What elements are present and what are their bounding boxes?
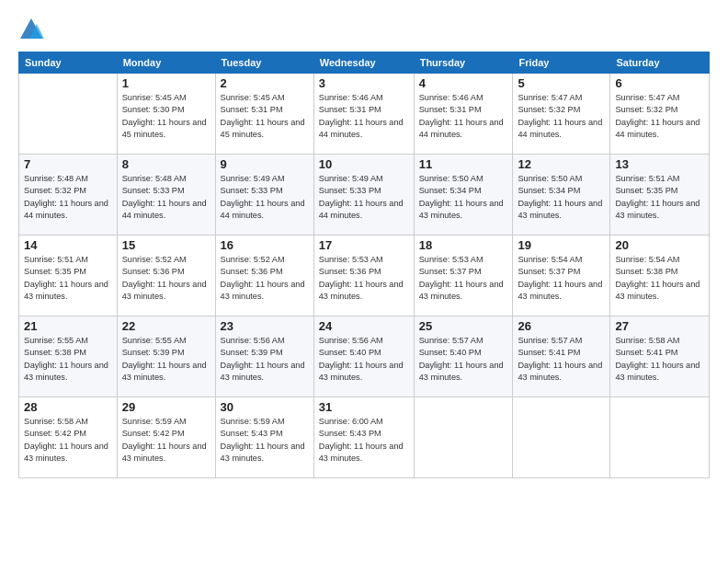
cell-info: Sunrise: 5:47 AM Sunset: 5:32 PM Dayligh… <box>518 92 605 141</box>
day-header-friday: Friday <box>513 52 610 74</box>
calendar-cell: 17Sunrise: 5:53 AM Sunset: 5:36 PM Dayli… <box>313 236 414 316</box>
cell-info: Sunrise: 5:55 AM Sunset: 5:38 PM Dayligh… <box>24 335 112 384</box>
cell-info: Sunrise: 5:54 AM Sunset: 5:38 PM Dayligh… <box>615 254 704 303</box>
cell-day-number: 11 <box>419 157 508 171</box>
cell-day-number: 30 <box>221 400 309 414</box>
cell-day-number: 5 <box>518 76 605 90</box>
cell-info: Sunrise: 5:50 AM Sunset: 5:34 PM Dayligh… <box>518 173 605 222</box>
calendar: SundayMondayTuesdayWednesdayThursdayFrid… <box>18 52 710 478</box>
day-header-tuesday: Tuesday <box>215 52 313 74</box>
page: SundayMondayTuesdayWednesdayThursdayFrid… <box>0 0 728 563</box>
calendar-cell: 8Sunrise: 5:48 AM Sunset: 5:33 PM Daylig… <box>117 155 215 236</box>
calendar-cell: 2Sunrise: 5:45 AM Sunset: 5:31 PM Daylig… <box>215 74 313 155</box>
cell-day-number: 23 <box>221 319 309 333</box>
calendar-cell <box>610 397 710 478</box>
cell-info: Sunrise: 5:52 AM Sunset: 5:36 PM Dayligh… <box>122 254 210 303</box>
cell-info: Sunrise: 5:59 AM Sunset: 5:42 PM Dayligh… <box>122 416 210 465</box>
calendar-cell: 26Sunrise: 5:57 AM Sunset: 5:41 PM Dayli… <box>513 316 610 397</box>
cell-info: Sunrise: 5:59 AM Sunset: 5:43 PM Dayligh… <box>221 416 309 465</box>
calendar-cell: 7Sunrise: 5:48 AM Sunset: 5:32 PM Daylig… <box>19 155 118 236</box>
cell-info: Sunrise: 5:47 AM Sunset: 5:32 PM Dayligh… <box>615 92 704 141</box>
cell-day-number: 2 <box>221 76 309 90</box>
cell-day-number: 29 <box>122 400 210 414</box>
cell-info: Sunrise: 5:51 AM Sunset: 5:35 PM Dayligh… <box>24 254 112 303</box>
cell-day-number: 28 <box>24 400 112 414</box>
calendar-cell: 11Sunrise: 5:50 AM Sunset: 5:34 PM Dayli… <box>414 155 513 236</box>
cell-info: Sunrise: 5:57 AM Sunset: 5:40 PM Dayligh… <box>419 335 508 384</box>
calendar-cell: 30Sunrise: 5:59 AM Sunset: 5:43 PM Dayli… <box>215 397 313 478</box>
cell-day-number: 4 <box>419 76 508 90</box>
calendar-cell: 24Sunrise: 5:56 AM Sunset: 5:40 PM Dayli… <box>313 316 414 397</box>
cell-day-number: 27 <box>615 319 704 333</box>
calendar-cell: 25Sunrise: 5:57 AM Sunset: 5:40 PM Dayli… <box>414 316 513 397</box>
calendar-cell: 5Sunrise: 5:47 AM Sunset: 5:32 PM Daylig… <box>513 74 610 155</box>
calendar-cell: 12Sunrise: 5:50 AM Sunset: 5:34 PM Dayli… <box>513 155 610 236</box>
cell-info: Sunrise: 5:57 AM Sunset: 5:41 PM Dayligh… <box>518 335 605 384</box>
calendar-cell: 10Sunrise: 5:49 AM Sunset: 5:33 PM Dayli… <box>313 155 414 236</box>
calendar-cell: 6Sunrise: 5:47 AM Sunset: 5:32 PM Daylig… <box>610 74 710 155</box>
calendar-cell: 22Sunrise: 5:55 AM Sunset: 5:39 PM Dayli… <box>117 316 215 397</box>
day-header-sunday: Sunday <box>19 52 118 74</box>
calendar-cell: 21Sunrise: 5:55 AM Sunset: 5:38 PM Dayli… <box>19 316 118 397</box>
cell-info: Sunrise: 5:54 AM Sunset: 5:37 PM Dayligh… <box>518 254 605 303</box>
cell-day-number: 25 <box>419 319 508 333</box>
header <box>18 17 710 42</box>
cell-day-number: 7 <box>24 157 112 171</box>
cell-day-number: 9 <box>221 157 309 171</box>
calendar-cell: 19Sunrise: 5:54 AM Sunset: 5:37 PM Dayli… <box>513 236 610 316</box>
calendar-cell: 4Sunrise: 5:46 AM Sunset: 5:31 PM Daylig… <box>414 74 513 155</box>
cell-day-number: 20 <box>615 238 704 252</box>
cell-info: Sunrise: 5:49 AM Sunset: 5:33 PM Dayligh… <box>319 173 409 222</box>
calendar-week-5: 28Sunrise: 5:58 AM Sunset: 5:42 PM Dayli… <box>19 397 710 478</box>
cell-day-number: 31 <box>319 400 409 414</box>
calendar-cell: 15Sunrise: 5:52 AM Sunset: 5:36 PM Dayli… <box>117 236 215 316</box>
cell-day-number: 24 <box>319 319 409 333</box>
cell-day-number: 10 <box>319 157 409 171</box>
day-header-wednesday: Wednesday <box>313 52 414 74</box>
calendar-week-4: 21Sunrise: 5:55 AM Sunset: 5:38 PM Dayli… <box>19 316 710 397</box>
cell-day-number: 3 <box>319 76 409 90</box>
day-header-monday: Monday <box>117 52 215 74</box>
cell-day-number: 16 <box>221 238 309 252</box>
cell-info: Sunrise: 6:00 AM Sunset: 5:43 PM Dayligh… <box>319 416 409 465</box>
logo-icon <box>18 17 44 42</box>
calendar-week-1: 1Sunrise: 5:45 AM Sunset: 5:30 PM Daylig… <box>19 74 710 155</box>
cell-info: Sunrise: 5:46 AM Sunset: 5:31 PM Dayligh… <box>319 92 409 141</box>
cell-info: Sunrise: 5:56 AM Sunset: 5:39 PM Dayligh… <box>221 335 309 384</box>
calendar-cell: 1Sunrise: 5:45 AM Sunset: 5:30 PM Daylig… <box>117 74 215 155</box>
cell-day-number: 19 <box>518 238 605 252</box>
calendar-cell: 9Sunrise: 5:49 AM Sunset: 5:33 PM Daylig… <box>215 155 313 236</box>
cell-day-number: 22 <box>122 319 210 333</box>
calendar-cell: 18Sunrise: 5:53 AM Sunset: 5:37 PM Dayli… <box>414 236 513 316</box>
cell-day-number: 14 <box>24 238 112 252</box>
calendar-cell: 27Sunrise: 5:58 AM Sunset: 5:41 PM Dayli… <box>610 316 710 397</box>
calendar-cell: 23Sunrise: 5:56 AM Sunset: 5:39 PM Dayli… <box>215 316 313 397</box>
cell-day-number: 8 <box>122 157 210 171</box>
day-header-thursday: Thursday <box>414 52 513 74</box>
calendar-week-3: 14Sunrise: 5:51 AM Sunset: 5:35 PM Dayli… <box>19 236 710 316</box>
calendar-cell <box>19 74 118 155</box>
cell-day-number: 12 <box>518 157 605 171</box>
cell-day-number: 21 <box>24 319 112 333</box>
calendar-cell: 16Sunrise: 5:52 AM Sunset: 5:36 PM Dayli… <box>215 236 313 316</box>
cell-day-number: 17 <box>319 238 409 252</box>
calendar-cell: 20Sunrise: 5:54 AM Sunset: 5:38 PM Dayli… <box>610 236 710 316</box>
cell-info: Sunrise: 5:58 AM Sunset: 5:42 PM Dayligh… <box>24 416 112 465</box>
calendar-cell: 3Sunrise: 5:46 AM Sunset: 5:31 PM Daylig… <box>313 74 414 155</box>
calendar-cell: 14Sunrise: 5:51 AM Sunset: 5:35 PM Dayli… <box>19 236 118 316</box>
calendar-week-2: 7Sunrise: 5:48 AM Sunset: 5:32 PM Daylig… <box>19 155 710 236</box>
cell-info: Sunrise: 5:56 AM Sunset: 5:40 PM Dayligh… <box>319 335 409 384</box>
cell-info: Sunrise: 5:49 AM Sunset: 5:33 PM Dayligh… <box>221 173 309 222</box>
cell-info: Sunrise: 5:51 AM Sunset: 5:35 PM Dayligh… <box>615 173 704 222</box>
calendar-cell <box>414 397 513 478</box>
cell-info: Sunrise: 5:53 AM Sunset: 5:37 PM Dayligh… <box>419 254 508 303</box>
cell-info: Sunrise: 5:48 AM Sunset: 5:33 PM Dayligh… <box>122 173 210 222</box>
logo <box>18 17 48 42</box>
cell-day-number: 18 <box>419 238 508 252</box>
cell-info: Sunrise: 5:55 AM Sunset: 5:39 PM Dayligh… <box>122 335 210 384</box>
cell-day-number: 26 <box>518 319 605 333</box>
cell-info: Sunrise: 5:58 AM Sunset: 5:41 PM Dayligh… <box>615 335 704 384</box>
calendar-cell <box>513 397 610 478</box>
cell-info: Sunrise: 5:45 AM Sunset: 5:30 PM Dayligh… <box>122 92 210 141</box>
calendar-header-row: SundayMondayTuesdayWednesdayThursdayFrid… <box>19 52 710 74</box>
